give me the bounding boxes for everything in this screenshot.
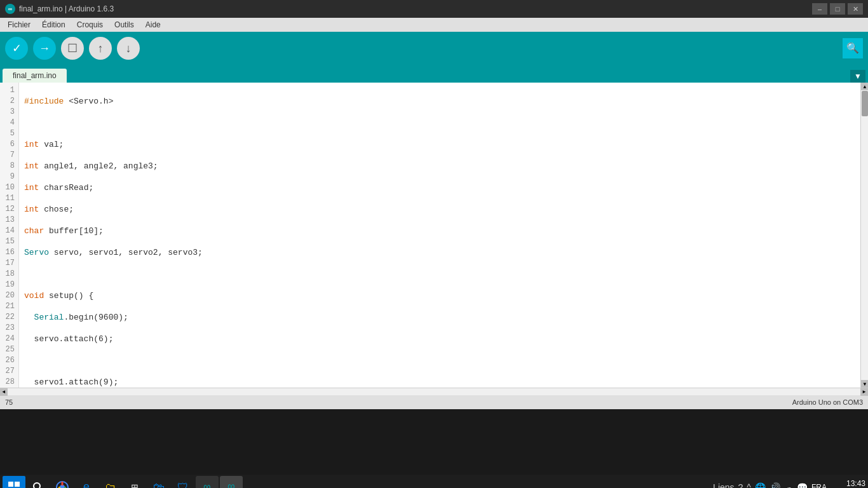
code-line-11: Serial.begin(9600); <box>24 312 855 323</box>
code-line-14: servo1.attach(9); <box>24 377 855 388</box>
tab-dropdown-button[interactable]: ▼ <box>850 70 865 83</box>
clock-time: 13:43 <box>831 479 865 488</box>
code-line-1: #include <Servo.h> <box>24 96 855 107</box>
editor-container: 1 2 3 4 5 6 7 8 9 10 11 12 13 14 15 16 1… <box>0 83 868 388</box>
upload-button[interactable]: → <box>33 37 56 60</box>
horizontal-scrollbar[interactable]: ◄ ► <box>0 388 868 395</box>
titlebar-controls: – □ ✕ <box>812 3 863 15</box>
chevron-icon[interactable]: ^ <box>747 482 751 488</box>
scroll-down-button[interactable]: ▼ <box>861 380 868 388</box>
taskbar-calculator-button[interactable]: ⊞ <box>123 476 146 488</box>
menu-croquis[interactable]: Croquis <box>72 19 108 30</box>
code-line-10: void setup() { <box>24 290 855 301</box>
verify-button[interactable]: ✓ <box>5 37 28 60</box>
code-editor[interactable]: #include <Servo.h> int val; int angle1, … <box>19 83 860 388</box>
onedrive-icon[interactable]: ☁ <box>784 482 793 488</box>
vertical-scrollbar[interactable]: ▲ ▼ <box>860 83 868 388</box>
toolbar: ✓ → ☐ ↑ ↓ 🔍 <box>0 32 868 65</box>
taskbar-search-button[interactable] <box>27 476 50 488</box>
svg-rect-1 <box>15 482 20 487</box>
status-line: 75 <box>5 398 13 406</box>
taskbar-edge-button[interactable]: e <box>75 476 98 488</box>
scroll-left-button[interactable]: ◄ <box>0 388 8 396</box>
svg-point-4 <box>34 483 40 488</box>
liens-label[interactable]: Liens <box>713 482 734 488</box>
tabs-bar: final_arm.ino ▼ <box>0 65 868 83</box>
maximize-button[interactable]: □ <box>830 3 845 15</box>
code-line-4: int angle1, angle2, angle3; <box>24 161 855 172</box>
search-icon <box>32 481 44 488</box>
menubar: Fichier Édition Croquis Outils Aide <box>0 18 868 32</box>
titlebar: ∞ final_arm.ino | Arduino 1.6.3 – □ ✕ <box>0 0 868 18</box>
menu-fichier[interactable]: Fichier <box>3 19 36 30</box>
help-icon[interactable]: ? <box>738 482 743 488</box>
menu-outils[interactable]: Outils <box>109 19 139 30</box>
titlebar-left: ∞ final_arm.ino | Arduino 1.6.3 <box>5 4 114 14</box>
code-line-8: Servo servo, servo1, servo2, servo3; <box>24 247 855 258</box>
svg-rect-0 <box>8 482 13 487</box>
code-line-12: servo.attach(6); <box>24 334 855 344</box>
taskbar-chrome-button[interactable] <box>51 476 74 488</box>
language-label: FRA <box>811 483 827 488</box>
code-line-13 <box>24 355 855 366</box>
hscroll-track <box>8 389 860 395</box>
notification-icon[interactable]: 💬 <box>797 482 808 488</box>
start-button[interactable] <box>3 476 25 488</box>
minimize-button[interactable]: – <box>812 3 827 15</box>
taskbar-store-button[interactable]: 🛍 <box>147 476 170 488</box>
code-line-6: int chose; <box>24 204 855 215</box>
search-toolbar-button[interactable]: 🔍 <box>843 38 863 58</box>
open-button[interactable]: ↑ <box>89 37 112 60</box>
statusbar: 75 Arduino Uno on COM3 <box>0 395 868 409</box>
scroll-thumb[interactable] <box>862 91 868 116</box>
taskbar-arduino-ide-button[interactable]: ∞ <box>220 476 243 488</box>
code-line-9 <box>24 269 855 280</box>
windows-icon <box>8 482 20 488</box>
taskbar-systray: Liens ? ^ 🌐 🔊 ☁ 💬 FRA 13:43 31.08.2016 <box>713 479 865 488</box>
code-line-2 <box>24 118 855 128</box>
taskbar: e 🗂 ⊞ 🛍 🛡 ∞ ∞ Liens ? ^ 🌐 🔊 ☁ 💬 FRA 13:4… <box>0 475 868 488</box>
chrome-icon <box>55 480 69 488</box>
serial-output-area <box>0 409 868 475</box>
tab-final-arm[interactable]: final_arm.ino <box>3 69 67 83</box>
volume-icon[interactable]: 🔊 <box>770 482 780 488</box>
scroll-up-button[interactable]: ▲ <box>861 83 868 90</box>
code-line-3: int val; <box>24 139 855 150</box>
close-button[interactable]: ✕ <box>848 3 863 15</box>
save-button[interactable]: ↓ <box>117 37 140 60</box>
arduino-logo-icon: ∞ <box>5 4 15 14</box>
menu-edition[interactable]: Édition <box>37 19 71 30</box>
taskbar-defender-button[interactable]: 🛡 <box>172 476 194 488</box>
taskbar-files-button[interactable]: 🗂 <box>99 476 122 488</box>
menu-aide[interactable]: Aide <box>140 19 166 30</box>
line-numbers: 1 2 3 4 5 6 7 8 9 10 11 12 13 14 15 16 1… <box>0 83 19 388</box>
code-line-7: char buffer[10]; <box>24 226 855 236</box>
network-icon[interactable]: 🌐 <box>755 482 766 488</box>
scroll-right-button[interactable]: ► <box>860 388 868 396</box>
taskbar-arduino-launch-button[interactable]: ∞ <box>196 476 219 488</box>
code-line-5: int charsRead; <box>24 182 855 193</box>
new-button[interactable]: ☐ <box>61 37 84 60</box>
system-clock[interactable]: 13:43 31.08.2016 <box>831 479 865 488</box>
titlebar-title: final_arm.ino | Arduino 1.6.3 <box>19 4 114 13</box>
status-board: Arduino Uno on COM3 <box>792 398 863 406</box>
